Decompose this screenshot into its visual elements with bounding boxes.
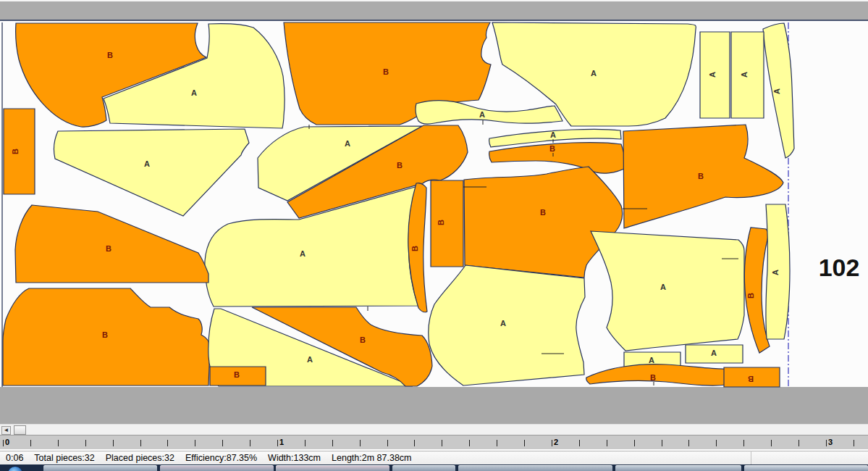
ruler-tick bbox=[771, 440, 772, 446]
pattern-piece-26-a[interactable] bbox=[686, 345, 743, 363]
window-top-bar bbox=[0, 0, 868, 21]
ruler-tick bbox=[662, 440, 662, 446]
pattern-piece-21-b[interactable] bbox=[3, 288, 210, 385]
taskbar-window-button-2[interactable] bbox=[160, 465, 274, 471]
pattern-piece-27-b[interactable] bbox=[586, 364, 726, 385]
status-bar-separator bbox=[751, 451, 751, 464]
ruler-tick bbox=[3, 440, 4, 446]
start-button[interactable] bbox=[7, 466, 23, 471]
ruler-tick bbox=[113, 440, 114, 446]
pattern-piece-10-a[interactable] bbox=[54, 129, 249, 216]
ruler-tick bbox=[634, 440, 635, 446]
ruler-tick bbox=[716, 440, 717, 446]
canvas-bottom-margin bbox=[0, 387, 868, 424]
status-item: Placed pieces:32 bbox=[106, 453, 174, 463]
ruler-tick bbox=[140, 440, 141, 446]
ruler-tick bbox=[854, 440, 854, 446]
ruler-tick bbox=[305, 440, 306, 446]
ruler-tick bbox=[524, 440, 525, 446]
windows-taskbar[interactable] bbox=[0, 464, 868, 471]
taskbar-window-button-5[interactable] bbox=[458, 465, 612, 471]
ruler-tick bbox=[58, 440, 59, 446]
ruler-tick bbox=[799, 440, 799, 446]
ruler-tick bbox=[387, 440, 388, 446]
pattern-piece-8-b[interactable] bbox=[623, 125, 783, 228]
ruler-tick bbox=[222, 440, 223, 446]
pattern-piece-12-b[interactable] bbox=[431, 180, 463, 267]
ruler-tick bbox=[497, 440, 497, 446]
marker-number-label: 102 bbox=[819, 254, 860, 281]
pattern-piece-32-b[interactable] bbox=[15, 205, 208, 283]
taskbar-window-button-6[interactable] bbox=[615, 465, 741, 471]
ruler-unit-label: 3 bbox=[828, 438, 833, 446]
status-bar: 0:06Total pieces:32Placed pieces:32Effic… bbox=[0, 451, 868, 464]
taskbar-window-button-1[interactable] bbox=[43, 465, 157, 471]
pattern-piece-19-b[interactable] bbox=[744, 228, 770, 353]
pattern-piece-7-b[interactable] bbox=[489, 143, 628, 174]
scrollbar-thumb[interactable] bbox=[14, 425, 26, 435]
ruler-unit-label: 1 bbox=[279, 438, 284, 446]
measurement-ruler: 0123 bbox=[0, 435, 868, 450]
ruler-unit-label: 2 bbox=[554, 438, 558, 446]
ruler-tick bbox=[414, 440, 415, 446]
pattern-piece-31-a[interactable] bbox=[731, 32, 764, 118]
taskbar-window-button-3[interactable] bbox=[276, 465, 389, 471]
ruler-tick bbox=[167, 440, 168, 446]
ruler-tick bbox=[688, 440, 689, 446]
pattern-piece-5-a[interactable] bbox=[416, 101, 562, 124]
pattern-piece-28-b[interactable] bbox=[724, 367, 780, 387]
ruler-tick bbox=[552, 440, 552, 446]
ruler-tick bbox=[607, 440, 607, 446]
pattern-piece-13-b[interactable] bbox=[464, 167, 623, 278]
pattern-piece-20-a[interactable] bbox=[766, 204, 790, 339]
taskbar-window-button-7[interactable] bbox=[744, 465, 868, 471]
pattern-piece-9-b[interactable] bbox=[4, 109, 35, 194]
ruler-tick bbox=[332, 440, 333, 446]
taskbar-window-button-4[interactable] bbox=[392, 465, 455, 471]
pattern-piece-24-b[interactable] bbox=[210, 367, 266, 385]
ruler-tick bbox=[250, 440, 250, 446]
status-item: Total pieces:32 bbox=[34, 453, 94, 463]
ruler-unit-label: 0 bbox=[5, 438, 9, 446]
pattern-piece-30-a[interactable] bbox=[700, 32, 730, 118]
ruler-tick bbox=[442, 440, 442, 446]
status-item: 0:06 bbox=[6, 453, 23, 463]
scroll-left-arrow-icon[interactable]: ◄ bbox=[1, 426, 11, 435]
status-item: Width:133cm bbox=[268, 453, 321, 463]
ruler-tick bbox=[30, 440, 31, 446]
ruler-tick bbox=[469, 440, 470, 446]
pattern-piece-29-a[interactable] bbox=[763, 23, 794, 158]
pattern-piece-18-a[interactable] bbox=[591, 231, 744, 351]
ruler-tick bbox=[826, 440, 827, 446]
pattern-piece-17-a[interactable] bbox=[429, 265, 585, 385]
ruler-tick bbox=[195, 440, 195, 446]
status-item: Efficiency:87.35% bbox=[185, 453, 257, 463]
status-item: Length:2m 87.38cm bbox=[332, 453, 412, 463]
ruler-tick bbox=[743, 440, 744, 446]
ruler-tick bbox=[85, 440, 86, 446]
ruler-tick bbox=[277, 440, 278, 446]
ruler-tick bbox=[579, 440, 580, 446]
horizontal-scrollbar[interactable]: ◄ bbox=[0, 424, 868, 435]
ruler-tick bbox=[360, 440, 361, 446]
